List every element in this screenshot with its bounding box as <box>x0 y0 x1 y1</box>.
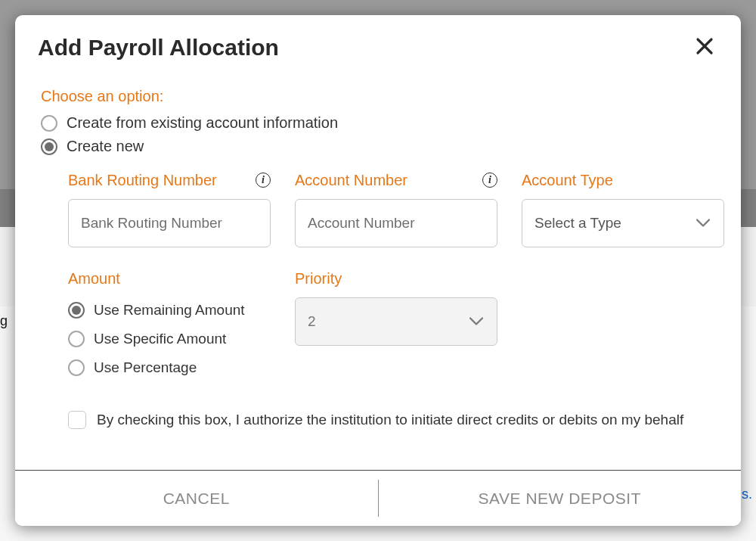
chevron-down-icon <box>696 216 710 232</box>
amount-specific-label: Use Specific Amount <box>94 331 226 347</box>
account-type-select[interactable]: Select a Type <box>522 199 724 247</box>
amount-percentage-option[interactable]: Use Percentage <box>68 359 271 376</box>
account-fields-row: Bank Routing Number i Account Number i A… <box>68 169 715 247</box>
info-icon[interactable]: i <box>256 173 271 188</box>
account-type-label: Account Type <box>522 172 613 189</box>
priority-value: 2 <box>308 313 316 330</box>
account-type-label-row: Account Type <box>522 169 724 191</box>
radio-icon <box>68 359 85 376</box>
x-icon <box>696 37 714 55</box>
amount-remaining-label: Use Remaining Amount <box>94 302 245 319</box>
choose-option-label: Choose an option: <box>41 88 715 105</box>
authorization-row: By checking this box, I authorize the in… <box>68 411 715 429</box>
account-type-field: Account Type Select a Type <box>522 169 724 247</box>
modal-footer: CANCEL SAVE NEW DEPOSIT <box>15 470 741 526</box>
option-create-new[interactable]: Create new <box>41 138 715 155</box>
modal-body: Choose an option: Create from existing a… <box>15 70 741 470</box>
priority-label-row: Priority <box>295 267 497 290</box>
account-number-input[interactable] <box>295 199 497 247</box>
bank-routing-label-row: Bank Routing Number i <box>68 169 271 191</box>
radio-checked-icon <box>41 138 57 155</box>
account-number-label: Account Number <box>295 172 407 189</box>
close-icon[interactable] <box>691 35 718 61</box>
authorize-text: By checking this box, I authorize the in… <box>97 412 683 428</box>
amount-percentage-label: Use Percentage <box>94 359 197 376</box>
bank-routing-field: Bank Routing Number i <box>68 169 271 247</box>
radio-icon <box>68 331 85 347</box>
amount-label-row: Amount <box>68 267 271 290</box>
bank-routing-input[interactable] <box>68 199 271 247</box>
chevron-down-icon <box>469 314 483 330</box>
account-type-value: Select a Type <box>534 215 621 232</box>
amount-specific-option[interactable]: Use Specific Amount <box>68 331 271 347</box>
cancel-button[interactable]: CANCEL <box>15 471 378 526</box>
bg-text-right: s. <box>742 487 752 502</box>
priority-select[interactable]: 2 <box>295 297 497 346</box>
priority-label: Priority <box>295 270 342 288</box>
bg-text-left: g <box>0 313 8 329</box>
modal-header: Add Payroll Allocation <box>15 15 741 70</box>
radio-icon <box>41 115 57 132</box>
save-new-deposit-button[interactable]: SAVE NEW DEPOSIT <box>379 471 742 526</box>
account-number-label-row: Account Number i <box>295 169 497 191</box>
bank-routing-label: Bank Routing Number <box>68 172 217 189</box>
page-backdrop: g s. Add Payroll Allocation Choose an op… <box>0 0 756 541</box>
info-icon[interactable]: i <box>482 173 497 188</box>
authorize-checkbox[interactable] <box>68 411 86 429</box>
account-number-field: Account Number i <box>295 169 497 247</box>
priority-field: Priority 2 <box>295 267 497 381</box>
option-new-label: Create new <box>67 138 144 155</box>
amount-options: Use Remaining Amount Use Specific Amount… <box>68 297 271 381</box>
amount-remaining-option[interactable]: Use Remaining Amount <box>68 302 271 319</box>
amount-field: Amount Use Remaining Amount Use Specific… <box>68 267 271 381</box>
amount-priority-row: Amount Use Remaining Amount Use Specific… <box>68 267 715 381</box>
option-existing-account[interactable]: Create from existing account information <box>41 114 715 132</box>
modal-title: Add Payroll Allocation <box>38 35 279 61</box>
radio-checked-icon <box>68 302 85 319</box>
add-payroll-allocation-modal: Add Payroll Allocation Choose an option:… <box>15 15 741 526</box>
amount-label: Amount <box>68 270 120 288</box>
option-existing-label: Create from existing account information <box>67 114 338 132</box>
